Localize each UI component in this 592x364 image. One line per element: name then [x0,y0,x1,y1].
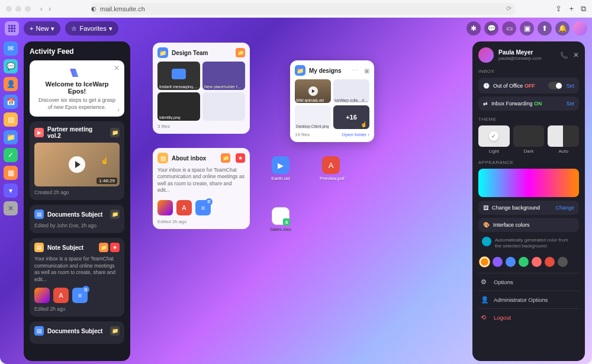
new-button[interactable]: +New▾ [24,21,60,36]
play-icon[interactable] [69,156,85,173]
dock-chat[interactable]: 💬 [4,59,18,73]
design-team-widget[interactable]: 📁 Design Team 📁 Instant messaging.... Ne… [153,43,250,134]
file-thumb[interactable]: Identity.png [157,92,200,121]
file-thumb[interactable]: Desktop-Client.png [295,105,331,129]
dock-calendar[interactable]: 📅 [4,95,18,109]
word-file-icon[interactable]: ≡D [195,200,211,215]
dock-apps[interactable]: ▦ [4,166,18,180]
desktop-file-earth[interactable]: ▶ Earth.vid [269,156,292,181]
folder-icon[interactable]: 📁 [110,326,120,336]
fan-icon[interactable]: ✱ [466,21,481,36]
ooo-toggle[interactable] [548,82,562,89]
color-palette [478,255,579,273]
folder-icon[interactable]: 📁 [221,153,230,163]
dock-settings[interactable]: ✕ [4,201,18,215]
pin-icon[interactable]: ★ [236,153,245,163]
welcome-card[interactable]: ✕ Welcome to IceWarp Epos! Discover six … [30,60,124,117]
palette-icon: 🎨 [483,222,490,228]
note-card[interactable]: ▤ Note Subject 📁 ★ Your inbox is a space… [30,238,124,317]
word-file-icon[interactable]: ≡D [72,288,88,303]
file-thumb[interactable]: New placeholder f... [202,62,245,90]
interface-colors-row[interactable]: 🎨 Interface colors [478,218,579,232]
favorites-button[interactable]: ☆Favorites▾ [65,21,118,36]
my-designs-widget[interactable]: 📁 My designs ⋯ ▣ Wild animals.vid IceWar… [290,60,374,142]
dock-files[interactable]: 📁 [4,130,18,144]
theme-light[interactable]: Light [478,125,510,154]
reload-icon[interactable]: ⟳ [506,5,511,12]
documents-card-2[interactable]: ▤ Documents Subject 📁 [30,321,124,344]
open-folder-link[interactable]: Open folder › [342,132,369,137]
upload-icon[interactable]: ⬆ [538,21,552,36]
dock-notes[interactable]: ▤ [4,112,18,127]
admin-options-row[interactable]: 👤Administrator Options [478,291,579,308]
welcome-subtitle: Discover six steps to get a grasp of new… [36,97,118,111]
pin-icon[interactable]: ★ [110,243,120,252]
widget-title: My designs [309,67,348,74]
notifications-icon[interactable]: 🔔 [555,21,570,36]
chat-icon[interactable]: 💬 [484,21,498,36]
about-inbox-widget[interactable]: ▤ About inbox 📁 ★ Your inbox is a space … [153,148,250,229]
partner-meeting-card[interactable]: ▶ Partner meeting vol.2 📁 ☝ 1:46:29 Crea… [30,121,124,200]
browser-nav[interactable]: ‹› [40,5,51,13]
file-thumb[interactable]: Instant messaging.... [157,62,200,90]
apps-launcher-button[interactable] [5,21,19,36]
dock-contacts[interactable]: 👤 [4,77,18,91]
message-icon[interactable]: ▭ [502,21,516,36]
design-team-grid: Instant messaging.... New placeholder f.… [157,62,245,121]
folder-icon[interactable]: 📁 [110,210,120,219]
browser-actions[interactable]: ⇪+⧉ [555,4,586,14]
close-icon[interactable]: ✕ [114,64,120,72]
user-avatar[interactable] [478,47,494,63]
file-thumb[interactable] [202,92,245,121]
dock-drop[interactable]: ▾ [4,183,18,198]
desktop-file-preview[interactable]: A Preview.pdf [320,156,342,181]
dock-mail[interactable]: ✉ [4,41,18,56]
dock-tasks[interactable]: ✓ [4,148,18,162]
chevron-right-icon[interactable]: › [117,106,120,113]
folder-icon[interactable]: 📁 [99,243,108,252]
color-swatch[interactable] [545,257,555,267]
folder-action-icon[interactable]: 📁 [236,48,245,57]
theme-auto[interactable]: Auto [548,125,579,154]
file-thumb[interactable]: Wild animals.vid [295,79,331,103]
card-meta: Created 2h ago [34,189,120,195]
close-icon[interactable]: ▣ [364,67,369,74]
logout-row[interactable]: ⟲Logout [478,308,579,326]
settings-header: Paula Meyer paula@icewarp.com 📞 ✕ [478,47,579,63]
close-icon[interactable]: ✕ [573,51,579,59]
inbox-forwarding-row[interactable]: ⇄ Inbox Forwarding ON Set [478,96,579,111]
out-of-office-row[interactable]: 🕐 Out of Office OFF Set [478,78,579,94]
user-avatar[interactable] [573,21,587,36]
address-bar[interactable]: ◐ mail.kmsuite.ch ⟳ [91,3,515,15]
note-attachments: A ≡D [34,288,120,303]
change-link[interactable]: Change [555,205,574,211]
forward-icon: › [49,5,51,13]
pdf-file-icon[interactable]: A [53,288,69,303]
more-icon[interactable]: ⋯ [352,67,358,75]
color-swatch[interactable] [532,257,542,267]
window-controls[interactable] [6,6,31,12]
background-preview[interactable] [478,169,579,197]
more-files-button[interactable]: +16☝ [333,105,369,129]
video-thumbnail[interactable]: ☝ 1:46:29 [34,143,120,186]
theme-dark[interactable]: Dark [513,125,545,154]
options-row[interactable]: ⚙Options [478,273,579,291]
color-swatch[interactable] [480,257,490,267]
phone-icon[interactable]: 📞 [560,51,568,59]
color-swatch[interactable] [493,257,503,267]
card-icon[interactable]: ▣ [520,21,534,36]
image-file-icon[interactable] [157,200,173,215]
change-background-row[interactable]: 🖼 Change background Change [478,201,579,215]
documents-card[interactable]: ▤ Documents Subject 📁 Edited by John Doe… [30,205,124,233]
fwd-set-link[interactable]: Set [566,101,574,107]
file-thumb[interactable]: IceWarp colla....docx [333,79,369,103]
color-swatch[interactable] [506,257,516,267]
desktop-file-sales[interactable]: S Sales.xlsx [269,207,292,232]
ooo-set-link[interactable]: Set [566,83,574,89]
image-file-icon[interactable] [34,288,50,303]
pdf-file-icon[interactable]: A [176,200,192,215]
color-swatch[interactable] [519,257,529,267]
settings-panel: Paula Meyer paula@icewarp.com 📞 ✕ INBOX … [472,41,585,361]
folder-icon[interactable]: 📁 [110,128,120,137]
color-swatch[interactable] [558,257,568,267]
